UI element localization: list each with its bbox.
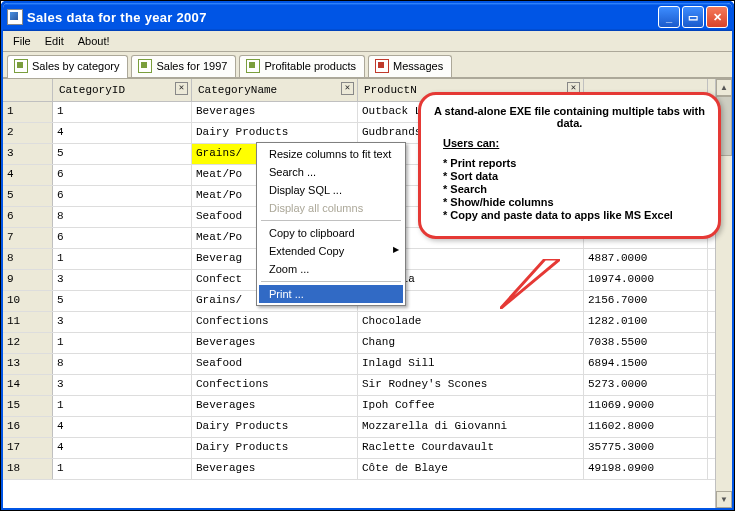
cell-categoryid[interactable]: 1 xyxy=(53,102,192,122)
tab-sales-for-1997[interactable]: Sales for 1997 xyxy=(131,55,236,77)
maximize-button[interactable]: ▭ xyxy=(682,6,704,28)
cell-productname[interactable]: Raclette Courdavault xyxy=(358,438,584,458)
tab-sales-by-category[interactable]: Sales by category xyxy=(7,55,128,78)
rownum-header[interactable] xyxy=(3,79,53,101)
cell-categoryname[interactable]: Beverages xyxy=(192,459,358,479)
cell-categoryname[interactable]: Beverages xyxy=(192,333,358,353)
menu-about[interactable]: About! xyxy=(72,33,116,49)
table-row[interactable]: 174Dairy ProductsRaclette Courdavault357… xyxy=(3,438,732,459)
ctx-display-sql[interactable]: Display SQL ... xyxy=(259,181,403,199)
cell-value[interactable]: 49198.0900 xyxy=(584,459,708,479)
menu-file[interactable]: File xyxy=(7,33,37,49)
cell-productname[interactable]: Chang xyxy=(358,333,584,353)
cell-value[interactable]: 7038.5500 xyxy=(584,333,708,353)
callout-item: Search xyxy=(443,183,706,195)
cell-value[interactable]: 10974.0000 xyxy=(584,270,708,290)
table-row[interactable]: 181BeveragesCôte de Blaye49198.0900 xyxy=(3,459,732,480)
cell-productname[interactable]: Inlagd Sill xyxy=(358,354,584,374)
ctx-print[interactable]: Print ... xyxy=(259,285,403,303)
titlebar[interactable]: Sales data for the year 2007 _ ▭ ✕ xyxy=(3,3,732,31)
ctx-search[interactable]: Search ... xyxy=(259,163,403,181)
row-number: 18 xyxy=(3,459,53,479)
cell-value[interactable]: 5273.0000 xyxy=(584,375,708,395)
callout-item: Sort data xyxy=(443,170,706,182)
callout-subhead: Users can: xyxy=(443,137,706,149)
table-row[interactable]: 164Dairy ProductsMozzarella di Giovanni1… xyxy=(3,417,732,438)
cell-categoryid[interactable]: 1 xyxy=(53,249,192,269)
cell-productname[interactable]: Côte de Blaye xyxy=(358,459,584,479)
row-number: 4 xyxy=(3,165,53,185)
column-header-categoryid[interactable]: CategoryID✕ xyxy=(53,79,192,101)
hide-column-icon[interactable]: ✕ xyxy=(175,82,188,95)
cell-categoryname[interactable]: Confections xyxy=(192,312,358,332)
row-number: 9 xyxy=(3,270,53,290)
cell-value[interactable]: 2156.7000 xyxy=(584,291,708,311)
cell-productname[interactable]: Mozzarella di Giovanni xyxy=(358,417,584,437)
callout-bubble: A stand-alone EXE file containing multip… xyxy=(418,92,721,239)
table-row[interactable]: 143ConfectionsSir Rodney's Scones5273.00… xyxy=(3,375,732,396)
cell-categoryname[interactable]: Confections xyxy=(192,375,358,395)
cell-categoryname[interactable]: Seafood xyxy=(192,354,358,374)
cell-value[interactable]: 1282.0100 xyxy=(584,312,708,332)
close-button[interactable]: ✕ xyxy=(706,6,728,28)
cell-categoryid[interactable]: 6 xyxy=(53,228,192,248)
column-header-categoryname[interactable]: CategoryName✕ xyxy=(192,79,358,101)
cell-categoryid[interactable]: 8 xyxy=(53,207,192,227)
cell-categoryid[interactable]: 3 xyxy=(53,312,192,332)
table-row[interactable]: 121BeveragesChang7038.5500 xyxy=(3,333,732,354)
row-number: 6 xyxy=(3,207,53,227)
context-menu: Resize columns to fit text Search ... Di… xyxy=(256,142,406,306)
row-number: 17 xyxy=(3,438,53,458)
row-number: 16 xyxy=(3,417,53,437)
row-number: 11 xyxy=(3,312,53,332)
cell-categoryid[interactable]: 4 xyxy=(53,438,192,458)
scroll-up-icon[interactable]: ▲ xyxy=(716,79,732,96)
cell-categoryid[interactable]: 5 xyxy=(53,291,192,311)
cell-value[interactable]: 11069.9000 xyxy=(584,396,708,416)
cell-categoryname[interactable]: Dairy Products xyxy=(192,123,358,143)
cell-categoryid[interactable]: 4 xyxy=(53,417,192,437)
table-row[interactable]: 138SeafoodInlagd Sill6894.1500 xyxy=(3,354,732,375)
ctx-extended-copy[interactable]: Extended Copy xyxy=(259,242,403,260)
cell-categoryname[interactable]: Beverages xyxy=(192,396,358,416)
menubar: File Edit About! xyxy=(3,31,732,52)
hide-column-icon[interactable]: ✕ xyxy=(341,82,354,95)
scroll-down-icon[interactable]: ▼ xyxy=(716,491,732,508)
cell-value[interactable]: 35775.3000 xyxy=(584,438,708,458)
minimize-button[interactable]: _ xyxy=(658,6,680,28)
cell-productname[interactable]: Ipoh Coffee xyxy=(358,396,584,416)
cell-categoryid[interactable]: 6 xyxy=(53,165,192,185)
cell-productname[interactable]: Sir Rodney's Scones xyxy=(358,375,584,395)
ctx-copy-clipboard[interactable]: Copy to clipboard xyxy=(259,224,403,242)
table-row[interactable]: 113ConfectionsChocolade1282.0100 xyxy=(3,312,732,333)
app-icon xyxy=(7,9,23,25)
cell-categoryname[interactable]: Beverages xyxy=(192,102,358,122)
ctx-zoom[interactable]: Zoom ... xyxy=(259,260,403,278)
cell-productname[interactable]: Chocolade xyxy=(358,312,584,332)
tab-profitable-products[interactable]: Profitable products xyxy=(239,55,365,77)
cell-categoryid[interactable]: 1 xyxy=(53,459,192,479)
cell-categoryid[interactable]: 6 xyxy=(53,186,192,206)
row-number: 3 xyxy=(3,144,53,164)
cell-categoryid[interactable]: 4 xyxy=(53,123,192,143)
cell-categoryid[interactable]: 3 xyxy=(53,270,192,290)
row-number: 10 xyxy=(3,291,53,311)
cell-categoryid[interactable]: 1 xyxy=(53,396,192,416)
tab-messages[interactable]: Messages xyxy=(368,55,452,77)
ctx-separator xyxy=(261,281,401,282)
cell-value[interactable]: 11602.8000 xyxy=(584,417,708,437)
ctx-resize-columns[interactable]: Resize columns to fit text xyxy=(259,145,403,163)
cell-value[interactable]: 6894.1500 xyxy=(584,354,708,374)
ctx-display-all-columns: Display all columns xyxy=(259,199,403,217)
svg-marker-0 xyxy=(500,259,560,309)
cell-value[interactable]: 4887.0000 xyxy=(584,249,708,269)
menu-edit[interactable]: Edit xyxy=(39,33,70,49)
cell-categoryname[interactable]: Dairy Products xyxy=(192,417,358,437)
tab-label: Profitable products xyxy=(264,60,356,72)
cell-categoryid[interactable]: 8 xyxy=(53,354,192,374)
cell-categoryid[interactable]: 3 xyxy=(53,375,192,395)
cell-categoryid[interactable]: 5 xyxy=(53,144,192,164)
cell-categoryid[interactable]: 1 xyxy=(53,333,192,353)
table-row[interactable]: 151BeveragesIpoh Coffee11069.9000 xyxy=(3,396,732,417)
cell-categoryname[interactable]: Dairy Products xyxy=(192,438,358,458)
